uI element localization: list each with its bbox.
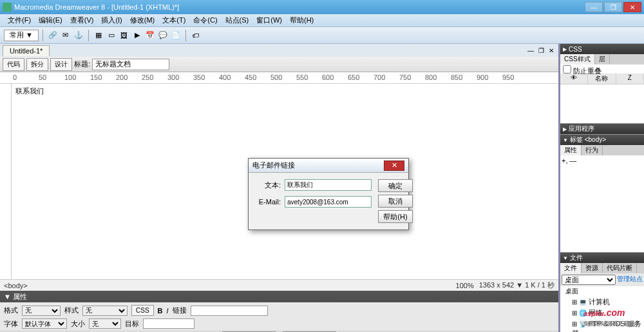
menu-command[interactable]: 命令(C) (189, 14, 221, 26)
doc-minimize-icon[interactable]: — (526, 46, 535, 55)
css-styles-tab[interactable]: CSS样式 (560, 54, 595, 64)
snippets-tab[interactable]: 代码片断 (603, 263, 637, 273)
menu-insert[interactable]: 插入(I) (97, 14, 126, 26)
media-icon[interactable]: ▶ (131, 30, 143, 41)
bold-button[interactable]: B (158, 307, 163, 315)
prevent-overlap-row: 防止重叠 (560, 64, 644, 73)
right-panel-group: ▶▶ CSSCSS CSS样式 层 防止重叠 👁 名称 Z ▶应用程序 ▼标签 … (560, 44, 644, 332)
table-icon[interactable]: ▦ (93, 30, 104, 41)
titlebar: Macromedia Dreamweaver 8 - [Untitled-1 (… (0, 0, 644, 14)
close-button[interactable]: ✕ (623, 2, 641, 12)
menu-edit[interactable]: 编辑(E) (35, 14, 66, 26)
files-tab[interactable]: 文件 (560, 263, 582, 273)
files-panel-header[interactable]: ▼文件 (560, 253, 644, 263)
dialog-email-input[interactable] (285, 196, 372, 208)
comment-icon[interactable]: 💬 (157, 30, 169, 41)
dialog-help-button[interactable]: 帮助(H) (378, 210, 413, 223)
dialog-close-button[interactable]: ✕ (384, 161, 404, 171)
link-input[interactable] (191, 306, 268, 316)
behaviors-tab[interactable]: 行为 (582, 145, 603, 155)
style-label: 样式 (64, 306, 79, 315)
document-toolbar: 代码 拆分 设计 标题: (0, 57, 558, 72)
prevent-overlap-checkbox[interactable] (563, 65, 571, 73)
document-tab[interactable]: Untitled-1* (3, 45, 50, 56)
dialog-title: 电子邮件链接 (252, 161, 295, 170)
link-label: 链接 (173, 306, 187, 315)
dialog-email-label: E-Mail: (255, 198, 281, 206)
email-link-dialog: 电子邮件链接 ✕ 文本: E-Mail: 确定 取消 帮助(H) (248, 158, 409, 230)
properties-header[interactable]: ▼ 属性 (0, 291, 558, 302)
size-select[interactable]: 无 (89, 318, 121, 329)
email-link-icon[interactable]: ✉ (60, 30, 71, 41)
dialog-text-input[interactable] (285, 179, 372, 191)
template-icon[interactable]: 📄 (170, 30, 182, 41)
menu-site[interactable]: 站点(S) (222, 14, 253, 26)
image-icon[interactable]: 🖼 (118, 30, 130, 41)
menu-help[interactable]: 帮助(H) (286, 14, 317, 26)
menu-window[interactable]: 窗口(W) (252, 14, 286, 26)
anchor-icon[interactable]: ⚓ (73, 30, 84, 41)
tag-selector[interactable]: <body> (4, 282, 28, 289)
attributes-tab[interactable]: 属性 (560, 145, 582, 155)
canvas-text[interactable]: 联系我们 (15, 87, 44, 95)
dialog-ok-button[interactable]: 确定 (378, 179, 413, 192)
maximize-button[interactable]: ❐ (604, 2, 622, 12)
window-title: Macromedia Dreamweaver 8 - [Untitled-1 (… (14, 3, 585, 11)
doc-restore-icon[interactable]: ❐ (536, 46, 545, 55)
watermark: aspku.com 免费网站源码下载站! (583, 302, 638, 328)
doc-title-label: 标题: (74, 59, 90, 69)
size-label: 大小 (71, 319, 85, 329)
doc-close-icon[interactable]: ✕ (547, 46, 556, 55)
dialog-text-label: 文本: (255, 181, 281, 190)
font-label: 字体 (4, 319, 18, 329)
target-input[interactable] (143, 318, 194, 329)
add-behavior-icon[interactable]: +, (562, 157, 567, 164)
properties-panel: ▼ 属性 格式 无 样式 无 CSS B I 链接 字体 默认字体 大小 (0, 291, 558, 332)
view-code-button[interactable]: 代码 (3, 58, 24, 71)
italic-button[interactable]: I (167, 307, 169, 315)
format-label: 格式 (4, 306, 18, 315)
window-size[interactable]: 1363 x 542 ▼ 1 K / 1 秒 (479, 280, 554, 290)
insert-toolbar: 常用 ▼ 🔗 ✉ ⚓ ▦ ▭ 🖼 ▶ 📅 💬 📄 🏷 (0, 27, 644, 44)
vertical-ruler (0, 84, 12, 279)
app-icon (3, 3, 12, 12)
manage-sites-link[interactable]: 管理站点 (617, 275, 643, 285)
tag-panel-header[interactable]: ▼标签 <body> (560, 135, 644, 145)
status-bar: <body> 100% 1363 x 542 ▼ 1 K / 1 秒 (0, 279, 558, 291)
div-icon[interactable]: ▭ (106, 30, 117, 41)
document-tab-row: Untitled-1* — ❐ ✕ (0, 44, 558, 57)
css-button[interactable]: CSS (131, 305, 154, 316)
doc-title-input[interactable] (92, 59, 169, 70)
site-dropdown[interactable]: 桌面 (562, 275, 616, 285)
toolbar-category-dropdown[interactable]: 常用 ▼ (4, 30, 39, 41)
menu-text[interactable]: 文本(T) (158, 14, 189, 26)
layers-tab[interactable]: 层 (595, 54, 610, 64)
horizontal-ruler: 0501001502002503003504004505005506006507… (0, 72, 558, 84)
css-panel-header[interactable]: ▶▶ CSSCSS (560, 44, 644, 54)
dialog-cancel-button[interactable]: 取消 (378, 195, 413, 208)
menubar: 文件(F) 编辑(E) 查看(V) 插入(I) 修改(M) 文本(T) 命令(C… (0, 14, 644, 27)
col-z: Z (616, 73, 644, 84)
format-select[interactable]: 无 (22, 306, 61, 316)
style-select[interactable]: 无 (82, 306, 128, 316)
tag-icon[interactable]: 🏷 (190, 30, 202, 41)
menu-view[interactable]: 查看(V) (66, 14, 98, 26)
minimize-button[interactable]: — (585, 2, 603, 12)
menu-modify[interactable]: 修改(M) (126, 14, 159, 26)
menu-file[interactable]: 文件(F) (4, 14, 35, 26)
date-icon[interactable]: 📅 (144, 30, 156, 41)
font-select[interactable]: 默认字体 (22, 318, 67, 329)
zoom-value[interactable]: 100% (456, 282, 474, 289)
hyperlink-icon[interactable]: 🔗 (47, 30, 59, 41)
application-panel-header[interactable]: ▶应用程序 (560, 124, 644, 134)
target-label: 目标 (125, 319, 139, 329)
view-design-button[interactable]: 设计 (50, 58, 72, 71)
col-name: 名称 (588, 73, 616, 84)
view-split-button[interactable]: 拆分 (26, 58, 48, 71)
tree-desktop[interactable]: 桌面 (560, 286, 644, 297)
remove-behavior-icon[interactable]: — (569, 157, 576, 164)
assets-tab[interactable]: 资源 (582, 263, 603, 273)
